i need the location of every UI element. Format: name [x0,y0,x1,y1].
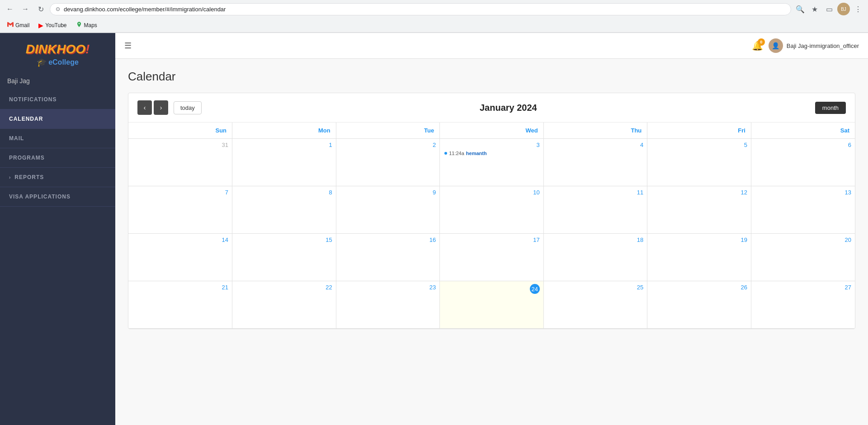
calendar-day-jan9[interactable]: 9 [336,186,440,234]
calendar-day-jan12[interactable]: 12 [647,186,751,234]
bookmark-youtube[interactable]: ▶ YouTube [35,20,70,30]
calendar-day-jan19[interactable]: 19 [647,234,751,281]
notification-bell[interactable]: 🔔 0 [752,40,763,51]
calendar-day-jan21[interactable]: 21 [128,281,232,329]
bookmark-button[interactable]: ★ [808,3,821,15]
day-number: 17 [443,236,540,243]
calendar-day-jan20[interactable]: 20 [751,234,855,281]
logo-dinkhoo-text: DINKHOO [26,42,85,56]
visa-applications-label: VISA APPLICATIONS [9,194,71,200]
main-content: ☰ 🔔 0 👤 Baji Jag-immigration_officer Cal… [115,33,868,425]
day-number: 25 [547,284,644,291]
col-header-fri: Fri [647,123,751,139]
calendar-container: ‹ › today January 2024 month Sun Mon [128,93,855,329]
day-number: 22 [236,284,332,291]
calendar-day-jan8[interactable]: 8 [232,186,336,234]
calendar-day-jan27[interactable]: 27 [751,281,855,329]
app-container: DINKHOO! 🎓 eCollege Baji Jag NOTIFICATIO… [0,33,868,425]
gmail-label: Gmail [15,22,29,28]
day-number: 12 [651,189,747,196]
logo-ecollege: 🎓 eCollege [7,57,108,67]
sidebar-item-reports[interactable]: › REPORTS [0,168,115,187]
day-number: 14 [132,236,228,243]
page-title: Calendar [128,70,855,84]
day-number: 23 [340,284,436,291]
calendar-prev-button[interactable]: ‹ [137,100,152,115]
calendar-label: CALENDAR [9,116,43,122]
day-number: 31 [132,142,228,148]
calendar-today-button[interactable]: today [174,101,202,114]
topbar-right: 🔔 0 👤 Baji Jag-immigration_officer [752,38,859,53]
sidebar-item-mail[interactable]: MAIL [0,129,115,148]
calendar-week-4: 21 22 23 24 [128,281,855,329]
calendar-day-jan15[interactable]: 15 [232,234,336,281]
calendar-day-jan7[interactable]: 7 [128,186,232,234]
calendar-day-jan24-today[interactable]: 24 [440,281,544,329]
reload-button[interactable]: ↻ [34,3,47,15]
bookmark-gmail[interactable]: Gmail [4,20,33,30]
calendar-day-jan26[interactable]: 26 [647,281,751,329]
calendar-day-jan14[interactable]: 14 [128,234,232,281]
calendar-day-jan22[interactable]: 22 [232,281,336,329]
sidebar-item-visa-applications[interactable]: VISA APPLICATIONS [0,187,115,207]
day-number: 26 [651,284,747,291]
calendar-day-jan11[interactable]: 11 [543,186,647,234]
day-number: 9 [340,189,436,196]
calendar-day-jan1[interactable]: 1 [232,139,336,186]
calendar-day-jan23[interactable]: 23 [336,281,440,329]
calendar-month-view-button[interactable]: month [815,102,846,114]
calendar-week-1: 31 1 2 3 [128,139,855,186]
youtube-label: YouTube [45,22,66,28]
logo-ecollege-text: eCollege [48,58,79,66]
day-number: 21 [132,284,228,291]
calendar-day-jan4[interactable]: 4 [543,139,647,186]
day-number: 2 [340,142,436,148]
calendar-day-jan13[interactable]: 13 [751,186,855,234]
mail-label: MAIL [9,135,24,142]
address-bar[interactable]: ⊙ devang.dinkhoo.com/ecollege/member/#/i… [50,3,791,15]
avatar-image: 👤 [772,42,779,49]
calendar-day-jan16[interactable]: 16 [336,234,440,281]
calendar-day-jan18[interactable]: 18 [543,234,647,281]
sidebar-item-notifications[interactable]: NOTIFICATIONS [0,90,115,109]
calendar-next-button[interactable]: › [154,100,168,115]
day-number: 27 [755,284,851,291]
user-profile[interactable]: 👤 Baji Jag-immigration_officer [769,38,859,53]
youtube-icon: ▶ [38,22,43,29]
sidebar-logo: DINKHOO! 🎓 eCollege [0,33,115,73]
browser-chrome: ← → ↻ ⊙ devang.dinkhoo.com/ecollege/memb… [0,0,868,33]
sidebar-item-programs[interactable]: PROGRAMS [0,148,115,168]
calendar-event[interactable]: 11:24a hemanth [443,150,540,156]
calendar-day-jan3[interactable]: 3 11:24a hemanth [440,139,544,186]
calendar-day-jan25[interactable]: 25 [543,281,647,329]
sidebar-item-calendar[interactable]: CALENDAR [0,109,115,129]
calendar-toolbar: ‹ › today January 2024 month [128,93,855,123]
chevron-right-icon: › [9,175,11,180]
back-button[interactable]: ← [4,3,16,15]
sidebar-toggle-button[interactable]: ▭ [823,3,835,15]
browser-toolbar: ← → ↻ ⊙ devang.dinkhoo.com/ecollege/memb… [0,0,868,18]
search-button[interactable]: 🔍 [794,3,807,15]
calendar-day-jan2[interactable]: 2 [336,139,440,186]
calendar-day-dec31[interactable]: 31 [128,139,232,186]
user-display-name: Baji Jag-immigration_officer [787,42,859,49]
calendar-day-jan17[interactable]: 17 [440,234,544,281]
day-number: 13 [755,189,851,196]
day-number: 18 [547,236,644,243]
col-header-sun: Sun [128,123,232,139]
menu-button[interactable]: ⋮ [852,3,864,15]
calendar-month-title: January 2024 [480,103,537,113]
bookmark-maps[interactable]: Maps [72,20,101,30]
maps-icon [76,21,82,29]
calendar-day-jan5[interactable]: 5 [647,139,751,186]
logo-exclaim: ! [85,42,90,56]
hamburger-menu-button[interactable]: ☰ [124,41,132,51]
day-number: 8 [236,189,332,196]
day-number: 16 [340,236,436,243]
forward-button[interactable]: → [19,3,32,15]
profile-button[interactable]: BJ [837,3,850,15]
gmail-icon [7,21,14,29]
calendar-day-jan10[interactable]: 10 [440,186,544,234]
calendar-day-jan6[interactable]: 6 [751,139,855,186]
day-number: 11 [547,189,644,196]
